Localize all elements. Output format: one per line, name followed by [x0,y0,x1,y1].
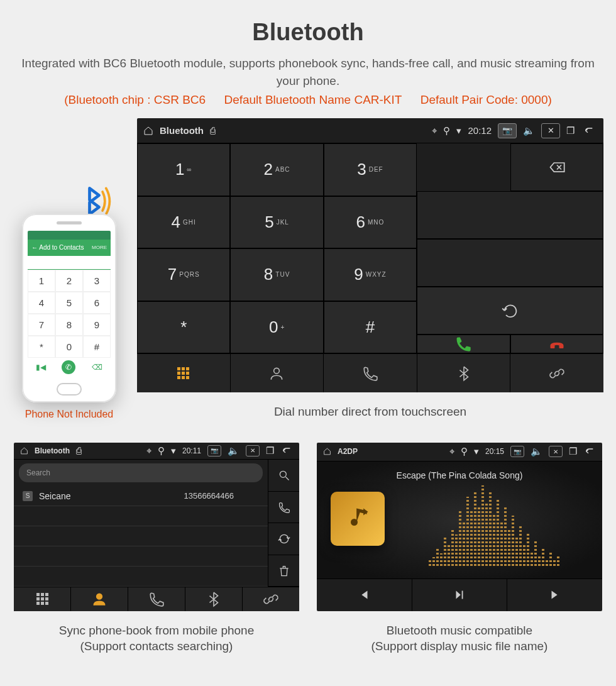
headunit-phonebook: Bluetooth ⎙ ⌖ ⚲ ▾ 20:11 📷 🔈 ✕ ❐ Search S [14,443,299,611]
back-icon[interactable] [583,446,596,456]
a2dp-caption: Bluetooth music compatible(Support displ… [371,622,548,655]
bluetooth-icon: ⌖ [146,445,151,456]
spec-name: Default Bluetooth Name CAR-KIT [224,93,402,106]
home-icon[interactable] [323,446,331,456]
location-icon: ⚲ [461,446,468,457]
wifi-icon: ▾ [474,446,479,457]
svg-point-2 [97,594,102,599]
clock: 20:11 [182,446,201,455]
tab-contacts[interactable] [231,354,324,392]
equalizer [399,493,590,566]
close-icon[interactable]: ✕ [541,123,560,138]
page-title: Bluetooth [0,19,616,46]
tab-contacts[interactable] [71,587,128,611]
volume-icon[interactable]: 🔈 [523,125,535,136]
call-button[interactable] [417,335,510,353]
dial-key-*[interactable]: * [137,301,230,354]
svg-point-1 [280,471,286,477]
back-icon[interactable] [280,446,293,456]
back-icon[interactable] [581,126,597,136]
location-icon: ⚲ [158,445,165,456]
tab-dialpad[interactable] [14,587,71,611]
tab-bluetooth[interactable] [185,587,243,611]
recents-icon[interactable]: ❐ [566,125,575,136]
phonebook-caption: Sync phone-book from mobile phone(Suppor… [59,622,255,655]
dial-key-0[interactable]: 0+ [230,301,323,354]
search-input[interactable]: Search [19,463,263,482]
dial-key-2[interactable]: 2ABC [230,143,323,196]
dialpad-caption: Dial number direct from touchscreen [274,404,466,420]
track-title: Escape (The Pina Colada Song) [317,470,602,480]
close-icon[interactable]: ✕ [549,446,563,457]
tab-dialpad[interactable] [137,354,231,392]
location-icon: ⚲ [443,125,450,136]
hangup-button[interactable] [510,335,603,353]
volume-icon[interactable]: 🔈 [228,445,239,456]
page-subtitle: Integrated with BC6 Bluetooth module, su… [0,55,616,89]
close-icon[interactable]: ✕ [246,445,260,456]
wifi-icon: ▾ [171,445,176,456]
bluetooth-icon: ⌖ [449,446,454,457]
delete-contact-button[interactable] [268,555,299,587]
tab-pair[interactable] [243,587,299,611]
svg-point-0 [274,368,280,373]
play-pause-button[interactable] [412,579,508,611]
status-title: Bluetooth [160,125,204,136]
tab-call-log[interactable] [128,587,185,611]
dial-display [417,191,603,239]
headunit-dialpad: Bluetooth ⎙ ⌖ ⚲ ▾ 20:12 📷 🔈 ✕ ❐ 1∞2ABC3D… [137,118,603,392]
contact-name: Seicane [39,491,71,501]
album-art [331,492,385,546]
redial-button[interactable] [417,287,603,335]
spec-code: Default Pair Code: 0000) [421,93,552,106]
phone-caption: Phone Not Included [25,409,114,420]
clock: 20:15 [485,447,504,456]
backspace-button[interactable] [510,143,603,191]
dial-key-4[interactable]: 4GHI [137,196,230,249]
dial-key-5[interactable]: 5JKL [230,196,323,249]
clock: 20:12 [468,125,492,136]
dial-key-7[interactable]: 7PQRS [137,248,230,301]
tab-call-log[interactable] [324,354,417,392]
screenshot-icon[interactable]: 📷 [510,446,524,457]
dial-key-9[interactable]: 9WXYZ [324,248,417,301]
home-icon[interactable] [143,126,153,136]
contact-row[interactable]: S Seicane 13566664466 [14,486,268,506]
recents-icon[interactable]: ❐ [266,445,274,456]
contact-number: 13566664466 [184,491,234,501]
prev-button[interactable] [317,579,412,611]
volume-icon[interactable]: 🔈 [531,446,542,457]
spec-chip: (Bluetooth chip : CSR BC6 [64,93,206,106]
spec-line: (Bluetooth chip : CSR BC6 Default Blueto… [0,93,616,107]
recents-icon[interactable]: ❐ [569,446,577,457]
phone-illustration: ← Add to Contacts MORE 123456789*0# ▮◀ ✆… [13,182,126,420]
home-icon[interactable] [20,446,28,456]
tab-bluetooth[interactable] [417,354,511,392]
next-button[interactable] [507,579,602,611]
dial-key-3[interactable]: 3DEF [324,143,417,196]
dial-key-1[interactable]: 1∞ [137,143,230,196]
dial-key-#[interactable]: # [324,301,417,354]
search-button[interactable] [268,460,299,492]
bluetooth-icon: ⌖ [432,125,437,136]
wifi-icon: ▾ [456,125,461,136]
dial-contact-button[interactable] [268,492,299,524]
status-title: Bluetooth [35,446,70,455]
status-bar: Bluetooth ⎙ ⌖ ⚲ ▾ 20:12 📷 🔈 ✕ ❐ [137,118,603,143]
headunit-a2dp: A2DP ⌖ ⚲ ▾ 20:15 📷 🔈 ✕ ❐ Escape (The Pin… [317,443,602,611]
screenshot-icon[interactable]: 📷 [207,445,221,456]
contact-badge: S [23,491,33,501]
dial-key-8[interactable]: 8TUV [230,248,323,301]
usb-icon: ⎙ [210,125,216,136]
screenshot-icon[interactable]: 📷 [498,123,517,138]
dial-key-6[interactable]: 6MNO [324,196,417,249]
sync-button[interactable] [268,523,299,555]
usb-icon: ⎙ [76,445,82,456]
tab-pair[interactable] [510,354,603,392]
status-title: A2DP [338,447,358,456]
